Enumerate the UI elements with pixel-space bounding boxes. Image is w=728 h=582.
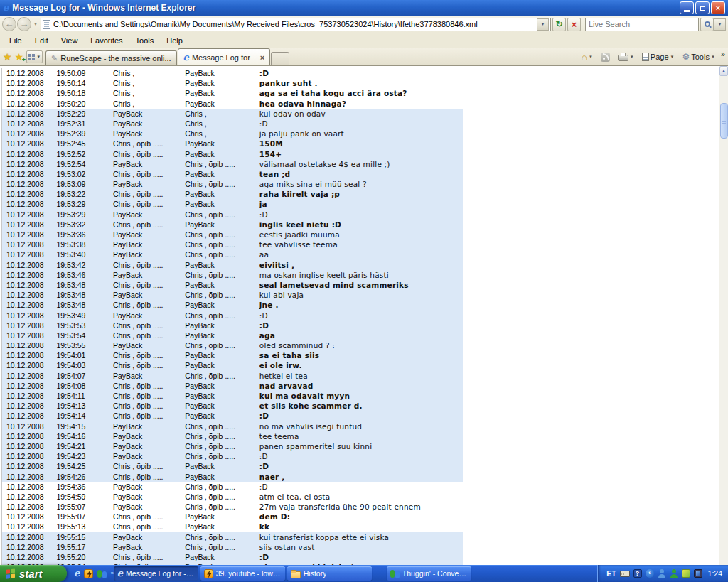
menu-edit[interactable]: Edit (28, 35, 55, 46)
search-options-caret[interactable]: ▼ (714, 18, 726, 31)
log-to: Chris , (185, 119, 256, 129)
restore-button[interactable] (695, 1, 710, 14)
log-from: PayBack (113, 340, 182, 350)
log-from: PayBack (113, 159, 182, 169)
log-date: 10.12.2008 (2, 189, 53, 199)
task-label: Thuggin' - Conversation (402, 569, 468, 578)
tray-status-icon[interactable] (682, 569, 690, 578)
minimize-button[interactable] (680, 1, 694, 14)
page-button[interactable]: Page▼ (640, 53, 677, 61)
log-to: Chris , õpib ..... (185, 159, 256, 169)
menu-help[interactable]: Help (160, 35, 189, 46)
log-date: 10.12.2008 (2, 159, 53, 169)
log-date: 10.12.2008 (2, 169, 53, 179)
log-row: 10.12.2008 19:53:22 Chris , õpib ..... P… (2, 189, 463, 199)
tray-user-icon[interactable] (658, 569, 666, 578)
restore-icon (700, 6, 705, 11)
vertical-scrollbar[interactable]: ▲ (719, 66, 728, 565)
log-row: 10.12.2008 19:55:07 Chris , õpib ..... P… (2, 512, 463, 522)
title-bar[interactable]: e Message Log for - Windows Internet Exp… (0, 0, 728, 16)
tab-runescape[interactable]: ✎ RuneScape - the massive onli... (46, 50, 177, 65)
tools-button[interactable]: ⚙Tools▼ (680, 52, 717, 62)
log-message: kui ma odavalt myyn (259, 391, 350, 401)
log-time: 19:54:13 (56, 401, 109, 411)
print-caret-icon[interactable]: ▼ (630, 55, 634, 59)
log-from: PayBack (113, 431, 182, 441)
forward-button[interactable]: → (17, 17, 31, 31)
quick-tabs-caret-icon[interactable]: ▼ (36, 55, 41, 59)
log-row: 10.12.2008 19:53:38 PayBack Chris , õpib… (2, 239, 463, 249)
log-time: 19:53:54 (56, 330, 109, 340)
log-time: 19:52:54 (56, 159, 109, 169)
messenger-quicklaunch-icon[interactable] (97, 569, 107, 578)
log-to: PayBack (185, 260, 256, 270)
log-time: 19:52:31 (56, 119, 109, 129)
quick-launch-overflow-chevron[interactable]: » (111, 570, 114, 576)
scrollbar-thumb[interactable] (720, 103, 728, 139)
log-row: 10.12.2008 19:52:52 Chris , õpib ..... P… (2, 149, 463, 159)
log-date: 10.12.2008 (2, 360, 53, 370)
quick-tabs-button[interactable]: ▼ (26, 50, 43, 63)
new-tab-stub[interactable] (271, 52, 289, 65)
ie-quicklaunch-icon[interactable]: e (74, 569, 80, 578)
taskbar-clock[interactable]: 1:24 (708, 569, 722, 578)
log-row: 10.12.2008 19:53:29 Chris , õpib ..... P… (2, 199, 463, 209)
log-to: Chris , õpib ..... (185, 311, 256, 320)
log-date: 10.12.2008 (2, 401, 53, 411)
address-dropdown-caret[interactable]: ▼ (537, 18, 549, 31)
search-input[interactable] (586, 20, 698, 28)
stop-button[interactable]: × (567, 18, 581, 31)
task-youtube-winamp[interactable]: 39. youtube - low (flo... (200, 566, 285, 581)
nav-history-caret-icon[interactable]: ▼ (33, 22, 38, 26)
menu-file[interactable]: File (3, 35, 28, 46)
log-row: 10.12.2008 19:54:26 Chris , õpib ..... P… (2, 472, 463, 482)
messenger-tray-icon[interactable] (670, 569, 678, 578)
tab-message-log[interactable]: e Message Log for × (178, 48, 271, 65)
log-to: PayBack (185, 78, 256, 88)
feeds-button[interactable] (599, 53, 612, 62)
print-button[interactable]: ▼ (616, 53, 636, 61)
home-caret-icon[interactable]: ▼ (589, 55, 593, 59)
log-date: 10.12.2008 (2, 260, 53, 270)
tab-close-icon[interactable]: × (260, 53, 264, 62)
log-to: Chris , õpib ..... (185, 492, 256, 502)
log-time: 19:54:16 (56, 431, 109, 441)
live-search-box[interactable] (585, 18, 699, 31)
start-button[interactable]: start (0, 565, 67, 582)
language-indicator[interactable]: ET (606, 569, 616, 578)
log-message: sa ei taha siis (259, 350, 319, 360)
favorites-star-icon[interactable]: ★ (3, 51, 12, 63)
task-message-log[interactable]: e Message Log for - Wi... (114, 566, 198, 581)
task-thuggin-conversation[interactable]: Thuggin' - Conversation (387, 566, 471, 581)
display-tray-icon[interactable] (694, 569, 702, 578)
address-input[interactable] (53, 20, 537, 28)
log-from: PayBack (113, 492, 182, 502)
scroll-up-arrow[interactable]: ▲ (719, 66, 728, 76)
winamp-quicklaunch-icon[interactable] (84, 569, 93, 578)
log-message: nad arvavad (259, 381, 314, 391)
menu-view[interactable]: View (55, 35, 85, 46)
menu-tools[interactable]: Tools (129, 35, 161, 46)
add-favorite-icon[interactable]: ★ (15, 51, 24, 63)
tray-arrow-icon[interactable]: ‹ (646, 569, 654, 578)
search-button[interactable] (700, 18, 714, 31)
runescape-favicon: ✎ (51, 54, 58, 63)
log-from: Chris , (113, 78, 182, 88)
page-caret-icon[interactable]: ▼ (670, 55, 675, 59)
log-to: Chris , õpib ..... (185, 441, 256, 451)
menu-favorites[interactable]: Favorites (84, 35, 129, 46)
task-history-folder[interactable]: History (287, 566, 372, 581)
refresh-button[interactable]: ↻ (552, 18, 566, 31)
help-tray-icon[interactable]: ? (633, 569, 642, 578)
tools-caret-icon[interactable]: ▼ (711, 55, 715, 59)
home-button[interactable]: ⌂▼ (579, 51, 594, 63)
log-to: Chris , õpib ..... (185, 502, 256, 512)
keyboard-icon[interactable] (620, 571, 630, 577)
tab-label: Message Log for (192, 53, 250, 62)
address-field[interactable]: ▼ (41, 18, 551, 31)
log-row: 10.12.2008 19:54:13 Chris , õpib ..... P… (2, 401, 463, 411)
command-bar-overflow-chevron[interactable]: » (721, 50, 725, 58)
close-button[interactable]: × (711, 1, 725, 14)
log-to: Chris , õpib ..... (185, 482, 256, 492)
back-button[interactable]: ← (2, 17, 16, 31)
